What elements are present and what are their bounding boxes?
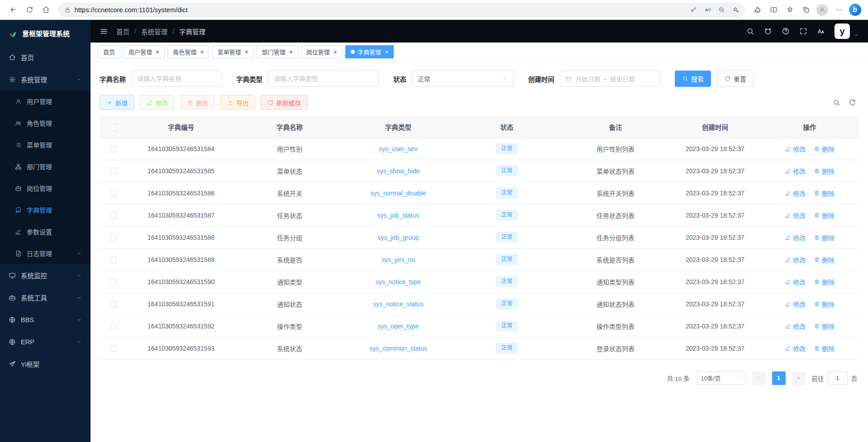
- extensions-icon[interactable]: [749, 2, 765, 18]
- fullscreen-icon[interactable]: [799, 27, 807, 35]
- split-screen-icon[interactable]: [766, 2, 781, 18]
- collapse-sidebar-icon[interactable]: [100, 27, 108, 36]
- chevron-down-icon[interactable]: [854, 33, 859, 39]
- row-delete-button[interactable]: 删除: [814, 344, 835, 353]
- close-icon[interactable]: ×: [200, 49, 204, 55]
- refresh-table-icon[interactable]: [849, 99, 856, 106]
- row-checkbox[interactable]: [110, 190, 117, 197]
- dict-type-link[interactable]: sys_user_sex: [379, 145, 418, 152]
- dict-type-link[interactable]: sys_yes_no: [382, 256, 415, 263]
- row-edit-button[interactable]: 修改: [785, 299, 806, 309]
- github-icon[interactable]: [764, 27, 772, 35]
- select-all-checkbox[interactable]: [110, 124, 117, 131]
- sidebar-item-user-management[interactable]: 用户管理: [0, 90, 91, 112]
- more-menu-icon[interactable]: [831, 2, 846, 18]
- sidebar-item-system-tools[interactable]: 系统工具: [0, 286, 91, 309]
- tab-role-management[interactable]: 角色管理×: [167, 45, 209, 58]
- next-page-button[interactable]: [792, 371, 806, 385]
- zoom-out-icon[interactable]: [715, 3, 728, 16]
- edit-button[interactable]: 修改: [140, 95, 175, 110]
- row-edit-button[interactable]: 修改: [785, 166, 806, 176]
- tab-home[interactable]: 首页: [98, 45, 120, 58]
- dict-type-link[interactable]: sys_job_group: [377, 234, 419, 241]
- refresh-cache-button[interactable]: 刷新缓存: [261, 95, 308, 110]
- dict-type-link[interactable]: sys_common_status: [369, 345, 427, 352]
- goto-page-input[interactable]: [828, 371, 848, 385]
- row-delete-button[interactable]: 删除: [814, 322, 835, 331]
- dict-type-link[interactable]: sys_show_hide: [377, 167, 420, 175]
- sidebar-item-system-management[interactable]: 系统管理: [0, 68, 91, 90]
- reset-button[interactable]: 重置: [717, 71, 754, 87]
- row-checkbox[interactable]: [110, 146, 117, 152]
- sidebar-item-bbs[interactable]: BBS: [0, 309, 91, 331]
- dict-type-input[interactable]: [268, 71, 379, 87]
- row-edit-button[interactable]: 修改: [785, 144, 806, 153]
- current-page-button[interactable]: 1: [772, 371, 786, 385]
- sidebar-item-post-management[interactable]: 岗位管理: [0, 177, 91, 199]
- tab-user-management[interactable]: 用户管理×: [123, 45, 165, 58]
- back-button[interactable]: [5, 2, 21, 18]
- password-key-icon[interactable]: [687, 3, 700, 16]
- row-delete-button[interactable]: 删除: [814, 166, 835, 176]
- sidebar-item-role-management[interactable]: 角色管理: [0, 112, 91, 134]
- user-avatar-logo[interactable]: y: [835, 24, 850, 39]
- tab-dict-management[interactable]: 字典管理×: [345, 45, 394, 58]
- row-edit-button[interactable]: 修改: [785, 255, 806, 264]
- date-range-picker[interactable]: 开始日期 - 结束日期: [560, 71, 660, 87]
- search-icon[interactable]: [746, 27, 754, 35]
- row-edit-button[interactable]: 修改: [785, 211, 806, 220]
- sidebar-item-log-management[interactable]: 日志管理: [0, 242, 91, 264]
- row-delete-button[interactable]: 删除: [814, 211, 835, 220]
- show-search-icon[interactable]: [833, 99, 840, 106]
- row-checkbox[interactable]: [110, 345, 117, 352]
- sidebar-item-menu-management[interactable]: 菜单管理: [0, 134, 91, 156]
- row-checkbox[interactable]: [110, 168, 117, 175]
- row-edit-button[interactable]: 修改: [785, 344, 806, 353]
- row-edit-button[interactable]: 修改: [785, 233, 806, 242]
- row-delete-button[interactable]: 删除: [814, 255, 835, 264]
- dict-type-link[interactable]: sys_job_status: [377, 212, 420, 219]
- app-logo[interactable]: 意框架管理系统: [0, 20, 91, 46]
- close-icon[interactable]: ×: [385, 49, 388, 55]
- sidebar-item-yi-framework[interactable]: Yi框架: [0, 353, 91, 375]
- breadcrumb-item-home[interactable]: 首页: [116, 27, 129, 36]
- page-size-select[interactable]: 10条/页: [696, 371, 746, 385]
- add-button[interactable]: 新增: [100, 95, 134, 110]
- copilot-button[interactable]: b: [847, 2, 863, 18]
- dict-type-link[interactable]: sys_notice_type: [376, 278, 421, 285]
- sidebar-item-dict-management[interactable]: 字典管理: [0, 199, 91, 221]
- sidebar-item-erp[interactable]: ERP: [0, 331, 91, 353]
- favorites-icon[interactable]: [782, 2, 797, 18]
- dict-type-link[interactable]: sys_oper_type: [377, 323, 419, 330]
- refresh-button[interactable]: [22, 2, 37, 18]
- dict-name-input[interactable]: [131, 71, 222, 87]
- search-button[interactable]: 搜索: [675, 71, 711, 87]
- row-checkbox[interactable]: [110, 279, 117, 285]
- dict-type-link[interactable]: sys_normal_disable: [370, 190, 426, 197]
- row-delete-button[interactable]: 删除: [814, 299, 835, 309]
- tab-dept-management[interactable]: 部门管理×: [257, 45, 298, 58]
- row-checkbox[interactable]: [110, 301, 117, 308]
- close-icon[interactable]: ×: [244, 49, 248, 55]
- row-checkbox[interactable]: [110, 234, 117, 241]
- close-icon[interactable]: ×: [289, 49, 293, 55]
- row-delete-button[interactable]: 删除: [814, 144, 835, 153]
- row-delete-button[interactable]: 删除: [814, 189, 835, 198]
- add-favorite-icon[interactable]: [729, 3, 742, 16]
- close-icon[interactable]: ×: [156, 49, 159, 55]
- breadcrumb-item-dict-management[interactable]: 字典管理: [179, 27, 205, 36]
- row-edit-button[interactable]: 修改: [785, 322, 806, 331]
- profile-avatar[interactable]: [815, 2, 830, 18]
- sidebar-item-dept-management[interactable]: 部门管理: [0, 156, 91, 177]
- font-size-icon[interactable]: [817, 27, 825, 35]
- row-checkbox[interactable]: [110, 257, 117, 263]
- sidebar-item-system-monitor[interactable]: 系统监控: [0, 264, 91, 286]
- row-checkbox[interactable]: [110, 212, 117, 219]
- breadcrumb-item-system-management[interactable]: 系统管理: [141, 27, 167, 36]
- delete-button[interactable]: 删除: [180, 95, 215, 110]
- read-aloud-icon[interactable]: A: [701, 3, 714, 16]
- export-button[interactable]: 导出: [220, 95, 255, 110]
- dict-type-link[interactable]: sys_notice_status: [373, 300, 423, 308]
- prev-page-button[interactable]: [752, 371, 766, 385]
- sidebar-item-home[interactable]: 首页: [0, 46, 91, 68]
